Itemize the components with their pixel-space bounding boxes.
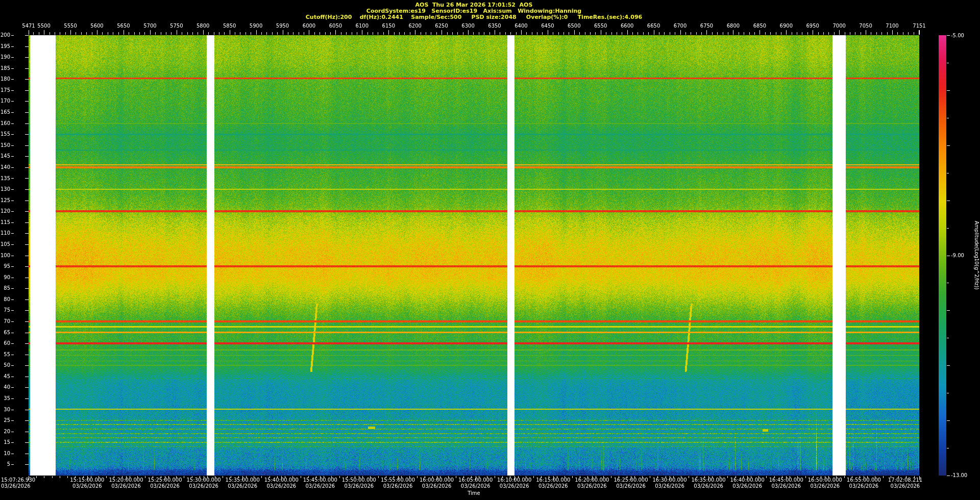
frequency-axis-label: 50 xyxy=(0,363,10,368)
date-text: 03/26/2026 xyxy=(614,483,648,489)
time-text: 16:10:00.000 xyxy=(497,477,531,483)
record-axis-label: 6050 xyxy=(329,23,342,29)
date-text: 03/26/2026 xyxy=(264,483,299,489)
time-label: 15:15:00.00003/26/2026 xyxy=(70,477,104,489)
time-text: 15:35:00.000 xyxy=(226,477,260,483)
record-axis-label: 6800 xyxy=(727,23,740,29)
frequency-axis-label: 105 xyxy=(0,242,10,247)
time-text: 16:30:00.000 xyxy=(652,477,687,483)
frequency-axis-label: 25 xyxy=(0,418,10,423)
record-axis-label: 6650 xyxy=(647,23,660,29)
frequency-axis-label: 190 xyxy=(0,55,10,60)
frequency-axis-label: 35 xyxy=(0,396,10,401)
time-text: 17:02:08.211 xyxy=(888,477,922,483)
frequency-axis-label: 45 xyxy=(0,374,10,379)
record-axis-label: 5500 xyxy=(37,23,50,29)
date-text: 03/26/2026 xyxy=(1,483,35,489)
date-text: 03/26/2026 xyxy=(303,483,337,489)
time-label: 16:15:00.00003/26/2026 xyxy=(536,477,570,489)
time-label: 16:05:00.00003/26/2026 xyxy=(458,477,493,489)
record-axis-label: 5550 xyxy=(64,23,77,29)
date-text: 03/26/2026 xyxy=(109,483,143,489)
time-label: 15:45:00.00003/26/2026 xyxy=(303,477,337,489)
frequency-axis-label: 30 xyxy=(0,407,10,412)
time-text: 15:15:00.000 xyxy=(70,477,104,483)
date-text: 03/26/2026 xyxy=(70,483,104,489)
record-axis-label: 6400 xyxy=(514,23,527,29)
frequency-axis-label: 185 xyxy=(0,66,10,71)
record-axis-label: 5850 xyxy=(223,23,236,29)
frequency-axis-label: 5 xyxy=(0,462,10,467)
record-axis-label: 7151 xyxy=(913,23,925,29)
record-axis-label: 6500 xyxy=(568,23,580,29)
time-label: 15:07:26.93003/26/2026 xyxy=(1,477,35,489)
time-label: 16:55:00.00003/26/2026 xyxy=(847,477,881,489)
record-axis-label: 5700 xyxy=(143,23,156,29)
date-text: 03/26/2026 xyxy=(536,483,570,489)
frequency-axis-label: 80 xyxy=(0,297,10,302)
date-text: 03/26/2026 xyxy=(420,483,454,489)
time-label: 16:10:00.00003/26/2026 xyxy=(497,477,531,489)
date-text: 03/26/2026 xyxy=(575,483,609,489)
date-text: 03/26/2026 xyxy=(652,483,687,489)
frequency-axis-label: 175 xyxy=(0,88,10,93)
date-text: 03/26/2026 xyxy=(497,483,531,489)
time-label: 16:00:00.00003/26/2026 xyxy=(420,477,454,489)
time-label: 16:20:00.00003/26/2026 xyxy=(575,477,609,489)
time-label: 16:45:00.00003/26/2026 xyxy=(769,477,803,489)
time-text: 15:25:00.000 xyxy=(148,477,182,483)
date-text: 03/26/2026 xyxy=(847,483,881,489)
frequency-axis-label: 160 xyxy=(0,121,10,126)
frequency-axis-label: 15 xyxy=(0,440,10,445)
time-text: 16:40:00.000 xyxy=(730,477,765,483)
frequency-axis-label: 40 xyxy=(0,385,10,390)
frequency-axis-label: 170 xyxy=(0,98,10,104)
date-text: 03/26/2026 xyxy=(148,483,182,489)
time-text: 15:50:00.000 xyxy=(342,477,376,483)
date-text: 03/26/2026 xyxy=(342,483,376,489)
frequency-axis-label: 115 xyxy=(0,220,10,225)
time-text: 15:45:00.000 xyxy=(303,477,337,483)
time-label: 15:50:00.00003/26/2026 xyxy=(342,477,376,489)
record-axis-label: 6850 xyxy=(753,23,766,29)
date-text: 03/26/2026 xyxy=(730,483,765,489)
frequency-axis-label: 70 xyxy=(0,319,10,324)
time-text: 16:50:00.000 xyxy=(808,477,842,483)
header-psd-params: Cutoff(Hz):200 df(Hz):0.2441 Sample/Sec:… xyxy=(29,14,919,20)
frequency-axis-label: 150 xyxy=(0,143,10,148)
record-axis-label: 5471 xyxy=(22,23,35,29)
time-label: 15:20:00.00003/26/2026 xyxy=(109,477,143,489)
frequency-axis-label: 75 xyxy=(0,308,10,313)
record-axis-label: 6750 xyxy=(700,23,713,29)
time-label: 15:25:00.00003/26/2026 xyxy=(148,477,182,489)
record-axis-label: 5800 xyxy=(197,23,209,29)
time-label: 16:25:00.00003/26/2026 xyxy=(614,477,648,489)
aos-spectrogram-app: { "header": { "line1": "AOS Thu 26 Mar 2… xyxy=(0,0,980,500)
spectrogram-canvas[interactable] xyxy=(29,35,919,476)
frequency-axis-label: 20 xyxy=(0,429,10,434)
frequency-axis-label: 165 xyxy=(0,110,10,115)
record-axis-label: 6000 xyxy=(303,23,315,29)
time-text: 16:45:00.000 xyxy=(769,477,803,483)
time-text: 16:05:00.000 xyxy=(458,477,493,483)
time-text: 16:15:00.000 xyxy=(536,477,570,483)
time-label: 15:35:00.00003/26/2026 xyxy=(226,477,260,489)
frequency-axis-label: 145 xyxy=(0,154,10,159)
frequency-axis-label: 110 xyxy=(0,231,10,236)
record-axis-label: 6600 xyxy=(621,23,633,29)
time-text: 15:07:26.930 xyxy=(1,477,35,483)
colorbar-max-label: -5.00 xyxy=(951,33,964,38)
frequency-axis-label: 200 xyxy=(0,33,10,38)
date-text: 03/26/2026 xyxy=(888,483,922,489)
frequency-axis-label: 120 xyxy=(0,209,10,214)
time-text: 16:55:00.000 xyxy=(847,477,881,483)
time-text: 16:25:00.000 xyxy=(614,477,648,483)
record-axis-label: 5750 xyxy=(170,23,183,29)
colorbar-min-label: -13.00 xyxy=(951,472,967,478)
time-label: 17:02:08.21103/26/2026 xyxy=(888,477,922,489)
frequency-axis-label: 130 xyxy=(0,187,10,192)
record-axis-label: 6950 xyxy=(806,23,819,29)
frequency-axis-label: 155 xyxy=(0,132,10,137)
frequency-axis-label: 95 xyxy=(0,264,10,269)
record-axis-label: 6200 xyxy=(408,23,421,29)
